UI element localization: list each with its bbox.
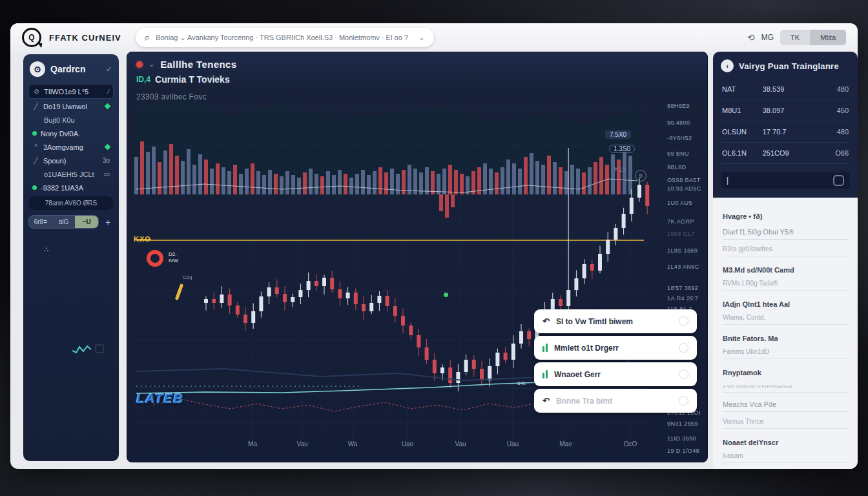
pencil-icon: ∕ [108, 88, 109, 95]
field-value[interactable]: R2ra gjr0/izwittes. [723, 245, 848, 256]
table-cell: M8U1 [722, 107, 763, 114]
segment-option[interactable]: alG [52, 216, 76, 228]
sidebar-segment-control: 6r8=alG~U + [28, 215, 114, 229]
field-value[interactable]: Famms Ukn1dD [723, 348, 848, 359]
field-value[interactable]: a W1 HVAVN0 0 FrFlVNaOaat [723, 384, 848, 393]
sidebar-item[interactable]: -9382 1UA3A [28, 181, 114, 194]
app-logo-icon: Q [22, 28, 41, 47]
watchlist-header: ‹ Vairyg Puan Trainglanre [721, 59, 850, 72]
table-cell: 38.097 [763, 107, 823, 114]
y-axis-label: 18'57 3692 [667, 285, 698, 291]
chev-icon: ^ [32, 143, 39, 150]
field-value[interactable]: lvasam [723, 452, 848, 463]
add-button[interactable]: + [102, 217, 114, 227]
toggle-tk-button[interactable]: TK [780, 30, 810, 45]
order-menu-button[interactable]: Wnaoet Gerr [534, 362, 697, 386]
field-value[interactable]: Meachs Vca Pðe [723, 400, 848, 412]
view-toggle: TK Mtita [780, 30, 846, 45]
table-cell: 17 70.7 [763, 128, 823, 136]
workspace-title: Qardrcn [50, 64, 85, 74]
order-menu-label: Mmlett o1t Drgerr [554, 344, 619, 353]
sidebar-item[interactable]: ⊘TIlWO1e9 L°5∕ [28, 84, 114, 99]
desktop-background: Q FFATK CUrNEIV ⌕ Boniag ⌄ Avankany Tour… [0, 0, 868, 496]
price-flag-outline: 1.3S0 [609, 145, 635, 153]
y-axis-label: 10.93 AD5C [667, 185, 701, 192]
yellow-price-tag[interactable]: KXO [134, 235, 151, 243]
x-axis-label: OcO [624, 440, 637, 448]
candle-icon [542, 344, 548, 352]
mg-label: MG [761, 33, 774, 42]
table-row[interactable]: NAT38.539480 [721, 79, 850, 100]
price-flag: 7.5X0 [605, 130, 631, 139]
table-cell: 38.539 [763, 85, 823, 93]
toggle-meta-button[interactable]: Mtita [810, 30, 846, 45]
sidebar-nav: ⊘TIlWO1e9 L°5∕╱Do19 UwnwolBujt0 K0uNony … [28, 84, 114, 210]
alert-label: D2.IVW [169, 251, 178, 264]
shield-icon: ⊘ [33, 88, 40, 95]
x-axis-label: Vau [455, 440, 466, 448]
sidebar-item[interactable]: ╱Do19 Uwnwol [28, 99, 114, 113]
arrow-icon: ↶ [542, 396, 550, 406]
back-circle-icon[interactable]: ‹ [721, 59, 734, 72]
refresh-icon[interactable]: ⟲ [747, 32, 755, 43]
field-value[interactable]: RVMs LR0g Tada® [723, 280, 848, 291]
left-sidebar: ʘ Qardrcn ✓ ⊘TIlWO1e9 L°5∕╱Do19 UwnwolBu… [23, 54, 119, 461]
sidebar-item[interactable]: ╱Spoun)3o [28, 154, 114, 167]
table-row[interactable]: OLSUN17 70.7480 [721, 121, 850, 143]
segment-option[interactable]: 6r8= [29, 216, 52, 228]
order-menu-label: Sl to Vw Timtl biwem [556, 317, 633, 326]
y-axis-label: 7K.AGRP [667, 218, 694, 225]
ma-value-label: 64k [517, 380, 526, 386]
watchlist-section: ‹ Vairyg Puan Trainglanre NAT38.539480M8… [713, 52, 858, 198]
brand: Q FFATK CUrNEIV [22, 28, 121, 47]
chevron-down-icon[interactable]: ⌄ [149, 60, 154, 68]
status-dot-icon [136, 61, 143, 68]
ticker-badge: ID,4 [136, 75, 150, 84]
segment-option[interactable]: ~U [75, 216, 98, 228]
radio-icon [679, 396, 688, 406]
alert-donut-icon[interactable] [147, 250, 163, 267]
order-menu-button[interactable]: ↶Bnnne Tra bimt [534, 389, 697, 413]
x-axis-label: Ma [248, 440, 257, 448]
x-axis-label: Wa [348, 440, 358, 448]
sidebar-item[interactable]: Bujt0 K0u [28, 113, 114, 127]
table-row[interactable]: OL6.1N251CO9O66 [721, 143, 850, 164]
chevron-down-icon[interactable]: ⌄ [418, 33, 425, 42]
toggle-icon[interactable] [833, 175, 844, 186]
symbol-input[interactable]: | [721, 172, 850, 189]
sidebar-item[interactable]: Nony Dvl0A. [28, 127, 114, 140]
field-value[interactable]: Vismus Thnce [723, 418, 848, 429]
sidebar-item[interactable]: 78ann AV6O ØRS [28, 196, 114, 210]
candle-icon [542, 370, 548, 378]
brand-name: FFATK CUrNEIV [49, 33, 121, 43]
order-menu-label: Bnnne Tra bimt [556, 397, 612, 406]
y-axis-label: 9BL8D [667, 164, 687, 170]
y-axis-label: -8Y6H52 [667, 135, 692, 141]
sidebar-item-label: Spoun) [43, 157, 66, 165]
radio-icon [679, 369, 688, 379]
y-axis-label: O5S8 BA5T [667, 177, 701, 183]
sidebar-item-label: o1UAEHt5 JCLt [44, 170, 94, 178]
field-value[interactable]: Wlama, Contd. [723, 314, 848, 325]
y-axis-label: 1U0 AU5 [667, 200, 692, 206]
y-axis-label: 90.4800 [667, 119, 690, 126]
field-label: Noaaet delYnscr [723, 439, 848, 446]
green-dot-icon [32, 185, 37, 190]
count-badge: 9 [635, 170, 646, 181]
radio-icon [679, 343, 688, 353]
table-row[interactable]: M8U138.097450 [721, 100, 850, 121]
field-value[interactable]: Diarf f1.5i0g Obai Y5® [723, 228, 848, 240]
global-search-input[interactable]: ⌕ Boniag ⌄ Avankany Tourcenng · TRS GBRI… [136, 28, 434, 47]
order-menu-button[interactable]: ↶Sl to Vw Timtl biwem [534, 309, 697, 333]
signal-dot-icon [444, 293, 448, 297]
y-axis-label: 19 D 1/O48 [667, 448, 699, 454]
right-panel: ‹ Vairyg Puan Trainglanre NAT38.539480M8… [713, 52, 858, 469]
workspace-header[interactable]: ʘ Qardrcn ✓ [28, 58, 114, 83]
y-axis-label: 11IO 3690 [667, 435, 696, 442]
sidebar-item[interactable]: o1UAEHt5 JCLt▭ [28, 167, 114, 181]
sidebar-item[interactable]: ^3Aomgvamg [28, 140, 114, 154]
order-menu-button[interactable]: Mmlett o1t Drgerr [534, 336, 697, 360]
topbar-actions: ⟲ MG TK Mtita [747, 30, 846, 45]
diamond-icon [105, 103, 111, 110]
field-label: lAdjn Qlnt1 htea Aal [723, 300, 848, 308]
